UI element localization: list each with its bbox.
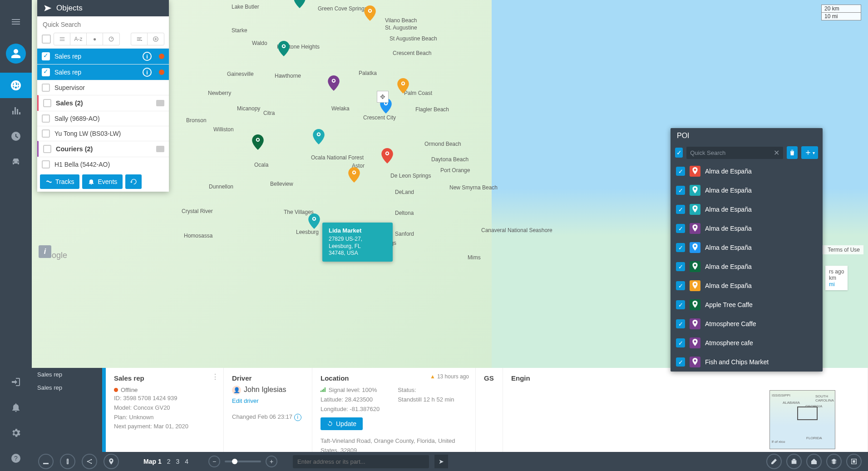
detail-tab-2[interactable]: Sales rep — [32, 381, 102, 394]
poi-row[interactable]: ✓ Atmosphere Caffe — [671, 314, 823, 333]
poi-row[interactable]: ✓ Atmosphere cafe — [671, 333, 823, 352]
tool-location-icon[interactable] — [104, 454, 119, 469]
nav-fleet-icon[interactable] — [0, 149, 32, 174]
object-group-header[interactable]: Couriers (2) — [37, 141, 169, 157]
object-row[interactable]: Sales repi — [37, 64, 169, 80]
map-page-2[interactable]: 2 — [167, 458, 171, 465]
poi-checkbox[interactable]: ✓ — [676, 205, 685, 214]
object-checkbox[interactable] — [42, 68, 50, 76]
poi-row[interactable]: ✓ Alma de España — [671, 238, 823, 257]
nav-login-icon[interactable] — [0, 369, 32, 395]
map-marker[interactable] — [397, 78, 409, 94]
poi-row[interactable]: ✓ Alma de España — [671, 219, 823, 238]
object-checkbox[interactable] — [42, 160, 50, 169]
attrib-terms[interactable]: Terms of Use — [824, 245, 863, 254]
tool-layers-icon[interactable] — [826, 454, 842, 469]
group-chat-icon[interactable] — [156, 146, 164, 152]
object-row[interactable]: H1 Bella (5442-AO) — [37, 157, 169, 172]
minimap[interactable]: ISSISSIPPIALABAMAGEORGIASOUTH CAROLINAFL… — [769, 390, 835, 449]
address-search-go-icon[interactable]: ➤ — [434, 455, 448, 468]
events-button[interactable]: Events — [82, 174, 123, 189]
poi-row[interactable]: ✓ Alma de España — [671, 200, 823, 219]
map-marker[interactable] — [313, 129, 325, 144]
zoom-slider[interactable] — [225, 461, 261, 462]
tool-fullscreen-icon[interactable] — [846, 454, 862, 469]
object-row[interactable]: Sally (9689-AO) — [37, 111, 169, 126]
settings-sliders-icon[interactable] — [131, 33, 148, 45]
map-recenter-button[interactable]: ✥ — [377, 91, 389, 103]
hamburger-menu-icon[interactable] — [0, 9, 32, 35]
object-row[interactable]: Sales repi — [37, 48, 169, 64]
object-info-icon[interactable]: i — [143, 68, 152, 77]
objects-select-all-checkbox[interactable] — [42, 35, 51, 44]
tool-gift-icon[interactable] — [786, 454, 802, 469]
poi-search-clear-icon[interactable]: ✕ — [770, 149, 783, 157]
sort-alpha-button[interactable]: A-z — [70, 33, 87, 45]
object-checkbox[interactable] — [42, 52, 50, 60]
map-page-current[interactable]: Map 1 — [143, 458, 162, 465]
map-page-4[interactable]: 4 — [185, 458, 188, 465]
user-avatar-button[interactable] — [6, 44, 26, 64]
object-checkbox[interactable] — [42, 84, 50, 92]
poi-checkbox[interactable]: ✓ — [676, 224, 685, 233]
map-marker[interactable] — [294, 0, 306, 8]
update-button[interactable]: Update — [321, 417, 363, 430]
group-checkbox[interactable] — [43, 99, 51, 107]
poi-row[interactable]: ✓ Apple Tree Caffe — [671, 295, 823, 314]
object-checkbox[interactable] — [42, 114, 50, 123]
map-info-window[interactable]: Lida Market 27829 US-27, Leesburg, FL 34… — [322, 223, 393, 262]
poi-checkbox[interactable]: ✓ — [676, 167, 685, 176]
tool-ruler-icon[interactable] — [38, 454, 54, 469]
object-row[interactable]: Supervisor — [37, 80, 169, 95]
map-info-icon[interactable]: i — [39, 245, 51, 258]
tool-eraser-icon[interactable] — [766, 454, 782, 469]
poi-row[interactable]: ✓ Alma de España — [671, 181, 823, 200]
nav-history-icon[interactable] — [0, 124, 32, 149]
group-checkbox[interactable] — [43, 145, 51, 153]
poi-delete-button[interactable] — [787, 146, 797, 159]
add-object-icon[interactable] — [148, 33, 164, 45]
poi-add-button[interactable]: ▾ — [801, 146, 818, 159]
object-checkbox[interactable] — [42, 129, 50, 138]
map-marker[interactable] — [348, 167, 360, 183]
tool-home-icon[interactable] — [806, 454, 822, 469]
object-info-icon[interactable]: i — [143, 52, 152, 61]
zoom-in-button[interactable]: + — [266, 456, 277, 467]
nav-notifications-icon[interactable] — [0, 395, 32, 420]
edit-driver-link[interactable]: Edit driver — [232, 397, 304, 404]
tool-share-icon[interactable] — [82, 454, 97, 469]
objects-search-input[interactable] — [37, 16, 169, 33]
map-marker[interactable] — [308, 213, 320, 229]
nav-monitoring-icon[interactable] — [0, 73, 32, 98]
poi-row[interactable]: ✓ Alma de España — [671, 276, 823, 295]
view-list-icon[interactable] — [54, 33, 70, 45]
poi-checkbox[interactable]: ✓ — [676, 357, 685, 367]
map-marker[interactable] — [328, 75, 340, 91]
poi-checkbox[interactable]: ✓ — [676, 243, 685, 252]
map-marker[interactable] — [252, 134, 264, 150]
poi-checkbox[interactable]: ✓ — [676, 186, 685, 195]
map-page-3[interactable]: 3 — [176, 458, 179, 465]
poi-checkbox[interactable]: ✓ — [676, 300, 685, 309]
poi-checkbox[interactable]: ✓ — [676, 262, 685, 271]
detail-tab-1[interactable]: Sales rep — [32, 368, 102, 381]
nav-settings-icon[interactable] — [0, 420, 32, 446]
map-marker[interactable] — [278, 41, 290, 56]
zoom-out-button[interactable]: − — [208, 456, 220, 467]
filter-status-icon[interactable]: ● — [87, 33, 103, 45]
poi-checkbox[interactable]: ✓ — [676, 319, 685, 328]
detail-object-menu-icon[interactable]: ⋮ — [212, 372, 219, 381]
map-marker[interactable] — [381, 148, 393, 164]
history-button[interactable] — [125, 174, 142, 189]
poi-row[interactable]: ✓ Alma de España — [671, 162, 823, 181]
tracks-button[interactable]: Tracks — [40, 174, 79, 189]
group-chat-icon[interactable] — [156, 100, 164, 106]
object-group-header[interactable]: Sales (2) — [37, 95, 169, 111]
nav-reports-icon[interactable] — [0, 98, 32, 124]
tool-traffic-icon[interactable] — [60, 454, 75, 469]
poi-select-all-checkbox[interactable]: ✓ — [675, 148, 683, 158]
poi-search-input[interactable] — [686, 147, 770, 159]
info-icon[interactable]: i — [294, 414, 301, 421]
object-row[interactable]: Yu Tong LW (BS03-LW) — [37, 126, 169, 141]
poi-row[interactable]: ✓ Alma de España — [671, 257, 823, 276]
